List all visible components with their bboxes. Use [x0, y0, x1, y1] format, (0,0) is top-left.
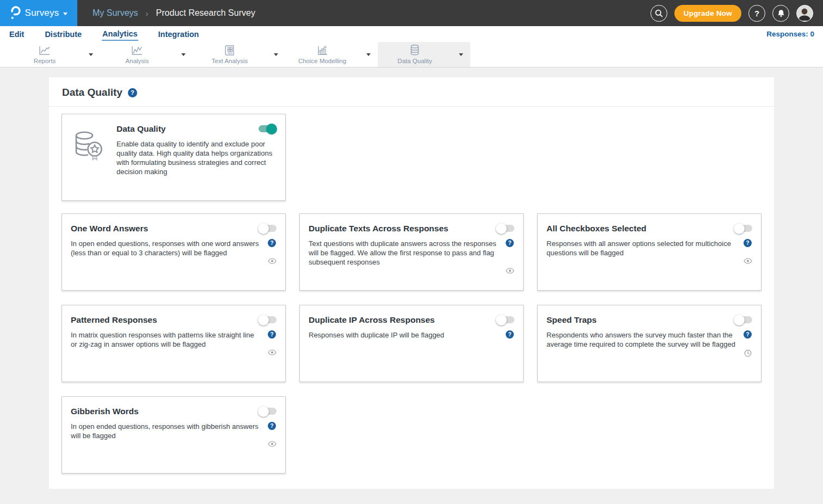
- database-icon: [409, 44, 421, 56]
- toggle-knob: [496, 223, 507, 234]
- toggle-knob: [266, 124, 277, 134]
- toggle-knob: [496, 315, 507, 325]
- all-checkboxes-toggle[interactable]: [734, 225, 752, 232]
- one-word-answers-toggle[interactable]: [259, 225, 277, 232]
- data-quality-dropdown-button[interactable]: [452, 42, 470, 67]
- top-header: Surveys My Surveys › Product Research Su…: [0, 0, 823, 26]
- line-chart-icon: [38, 45, 51, 56]
- help-icon[interactable]: ?: [268, 330, 276, 339]
- page-help-icon[interactable]: ?: [128, 88, 137, 97]
- card-description: Responses with all answer options select…: [546, 239, 738, 264]
- card-duplicate-texts: Duplicate Texts Across Responses Text qu…: [299, 213, 524, 291]
- card-title: Gibberish Words: [71, 405, 139, 416]
- toolbar-item-analysis[interactable]: Analysis: [100, 42, 193, 67]
- chevron-down-icon: [63, 13, 67, 15]
- card-title: Speed Traps: [546, 314, 597, 325]
- toggle-knob: [734, 315, 745, 325]
- tab-edit[interactable]: Edit: [9, 28, 24, 40]
- toggle-knob: [734, 223, 745, 234]
- card-description: In open ended questions, responses with …: [71, 239, 262, 264]
- document-grid-icon: [224, 45, 235, 56]
- chevron-down-icon: [181, 53, 186, 56]
- help-icon[interactable]: ?: [268, 422, 276, 430]
- user-avatar[interactable]: [796, 5, 813, 22]
- analytics-toolbar: Reports Analysis: [0, 42, 823, 67]
- card-duplicate-ip: Duplicate IP Across Responses Responses …: [299, 305, 524, 382]
- data-quality-feature-card: Data Quality Enable data quality to iden…: [62, 114, 286, 201]
- chevron-down-icon: [459, 53, 463, 56]
- product-switcher[interactable]: Surveys: [0, 0, 77, 26]
- duplicate-ip-toggle[interactable]: [496, 316, 514, 323]
- breadcrumb-my-surveys[interactable]: My Surveys: [93, 8, 138, 18]
- help-button[interactable]: ?: [748, 5, 765, 22]
- tab-distribute[interactable]: Distribute: [44, 28, 82, 40]
- card-description: Respondents who answers the survey much …: [546, 330, 738, 357]
- help-icon: ?: [754, 9, 759, 18]
- search-button[interactable]: [650, 5, 667, 22]
- breadcrumb-separator-icon: ›: [146, 9, 149, 18]
- eye-icon[interactable]: [268, 258, 277, 264]
- breadcrumb: My Surveys › Product Research Survey: [93, 8, 255, 18]
- chevron-down-icon: [89, 53, 93, 56]
- data-quality-toggle[interactable]: [259, 125, 277, 132]
- card-all-checkboxes: All Checkboxes Selected Responses with a…: [537, 213, 761, 291]
- toolbar-item-reports[interactable]: Reports: [8, 42, 100, 67]
- eye-icon[interactable]: [268, 441, 277, 447]
- card-title: All Checkboxes Selected: [546, 223, 647, 233]
- chevron-down-icon: [274, 53, 278, 56]
- card-one-word-answers: One Word Answers In open ended questions…: [62, 213, 286, 291]
- duplicate-texts-toggle[interactable]: [496, 225, 514, 232]
- avatar-photo: [797, 5, 812, 21]
- card-title: Duplicate Texts Across Responses: [309, 223, 449, 233]
- patterned-responses-toggle[interactable]: [259, 316, 277, 323]
- toolbar-item-data-quality[interactable]: Data Quality: [378, 42, 470, 67]
- toolbar-label-choice-modelling: Choice Modelling: [298, 58, 346, 64]
- line-chart-icon: [131, 45, 144, 56]
- tab-integration[interactable]: Integration: [158, 28, 200, 40]
- card-title: One Word Answers: [71, 223, 148, 233]
- help-icon[interactable]: ?: [744, 330, 752, 339]
- help-icon[interactable]: ?: [268, 239, 276, 247]
- card-speed-traps: Speed Traps Respondents who answers the …: [537, 305, 761, 382]
- bell-icon: [777, 9, 785, 17]
- help-icon[interactable]: ?: [506, 330, 514, 339]
- questionpro-logo-icon: [10, 6, 21, 20]
- toolbar-item-choice-modelling[interactable]: Choice Modelling: [285, 42, 378, 67]
- eye-icon[interactable]: [744, 258, 752, 264]
- eye-icon[interactable]: [268, 349, 277, 355]
- feature-card-title: Data Quality: [116, 123, 165, 134]
- toolbar-label-text-analysis: Text Analysis: [212, 58, 248, 64]
- database-medal-icon: [71, 128, 105, 162]
- tab-analytics[interactable]: Analytics: [102, 28, 138, 41]
- help-icon[interactable]: ?: [506, 239, 514, 247]
- toggle-knob: [258, 223, 269, 234]
- choice-modelling-dropdown-button[interactable]: [359, 42, 378, 67]
- card-gibberish-words: Gibberish Words In open ended questions,…: [62, 396, 286, 474]
- notifications-button[interactable]: [772, 5, 789, 22]
- gibberish-words-toggle[interactable]: [259, 408, 277, 415]
- responses-count: Responses: 0: [766, 30, 814, 38]
- toolbar-label-data-quality: Data Quality: [397, 58, 432, 64]
- toolbar-item-text-analysis[interactable]: Text Analysis: [193, 42, 285, 67]
- toolbar-label-analysis: Analysis: [126, 58, 149, 64]
- reports-dropdown-button[interactable]: [82, 42, 100, 67]
- speed-traps-toggle[interactable]: [734, 316, 752, 323]
- upgrade-now-button[interactable]: Upgrade Now: [674, 5, 741, 22]
- card-description: In matrix question responses with patter…: [71, 330, 262, 355]
- toggle-knob: [258, 315, 269, 325]
- card-title: Duplicate IP Across Responses: [309, 314, 435, 325]
- text-analysis-dropdown-button[interactable]: [267, 42, 285, 67]
- card-description: In open ended questions, responses with …: [71, 422, 262, 447]
- help-icon[interactable]: ?: [744, 239, 752, 247]
- eye-icon[interactable]: [506, 268, 514, 274]
- page-title: Data Quality: [62, 87, 122, 99]
- dot-chart-icon: [316, 45, 329, 56]
- breadcrumb-current-survey: Product Research Survey: [156, 8, 255, 18]
- search-icon: [655, 9, 663, 17]
- chevron-down-icon: [366, 53, 371, 56]
- rule-cards-grid: One Word Answers In open ended questions…: [62, 213, 761, 474]
- toggle-knob: [258, 406, 269, 417]
- clock-icon[interactable]: [744, 349, 752, 357]
- card-title: Patterned Responses: [71, 314, 157, 325]
- analysis-dropdown-button[interactable]: [174, 42, 193, 67]
